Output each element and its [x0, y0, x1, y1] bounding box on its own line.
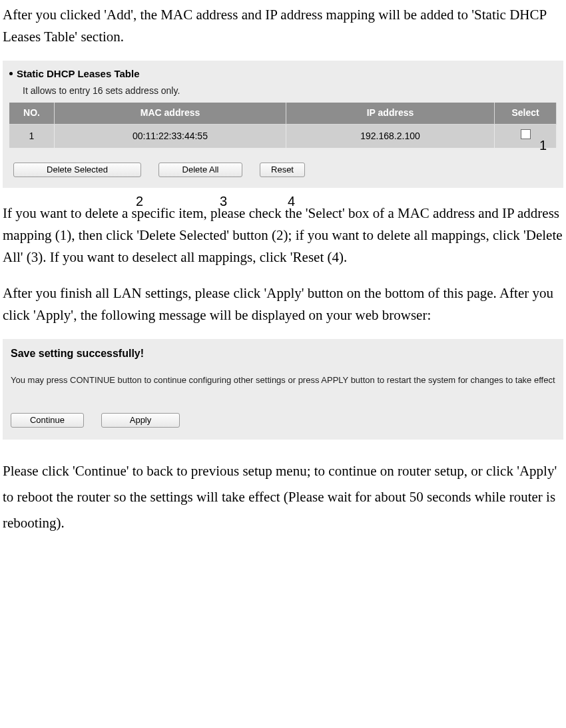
cell-ip: 192.168.2.100	[286, 124, 495, 148]
button-row: Delete Selected Delete All Reset	[13, 163, 557, 177]
save-panel: Save setting successfully! You may press…	[3, 339, 563, 440]
paragraph-apply-instructions: After you finish all LAN settings, pleas…	[3, 282, 563, 326]
save-button-row: Continue Apply	[11, 413, 555, 428]
save-title: Save setting successfully!	[11, 346, 555, 362]
annotation-3: 3	[220, 191, 227, 212]
th-select: Select	[495, 103, 557, 124]
paragraph-continue-apply: Please click 'Continue' to back to previ…	[3, 458, 563, 536]
reset-button[interactable]: Reset	[260, 163, 305, 177]
table-row: 1 00:11:22:33:44:55 192.168.2.100	[9, 124, 557, 148]
panel-subtext: It allows to entry 16 sets address only.	[23, 84, 557, 99]
table-header-row: NO. MAC address IP address Select	[9, 103, 557, 124]
th-mac: MAC address	[55, 103, 286, 124]
panel-heading: Static DHCP Leases Table	[9, 66, 557, 81]
continue-button[interactable]: Continue	[11, 413, 84, 428]
bullet-icon	[9, 72, 13, 75]
cell-mac: 00:11:22:33:44:55	[55, 124, 286, 148]
cell-select	[495, 124, 557, 148]
paragraph-intro: After you clicked 'Add', the MAC address…	[3, 4, 563, 47]
annotation-4: 4	[288, 191, 295, 212]
cell-no: 1	[9, 124, 55, 148]
delete-all-button[interactable]: Delete All	[158, 163, 242, 177]
paragraph-delete-instructions: If you want to delete a specific item, p…	[3, 202, 563, 268]
static-dhcp-panel: Static DHCP Leases Table It allows to en…	[3, 61, 563, 188]
th-ip: IP address	[286, 103, 495, 124]
annotation-2: 2	[136, 191, 143, 212]
th-no: NO.	[9, 103, 55, 124]
annotation-1: 1	[539, 135, 547, 156]
save-message: You may press CONTINUE button to continu…	[11, 374, 555, 386]
leases-table: NO. MAC address IP address Select 1 00:1…	[9, 103, 557, 148]
delete-selected-button[interactable]: Delete Selected	[13, 163, 141, 177]
panel-heading-text: Static DHCP Leases Table	[17, 66, 140, 81]
select-checkbox[interactable]	[521, 129, 531, 139]
apply-button[interactable]: Apply	[101, 413, 180, 428]
